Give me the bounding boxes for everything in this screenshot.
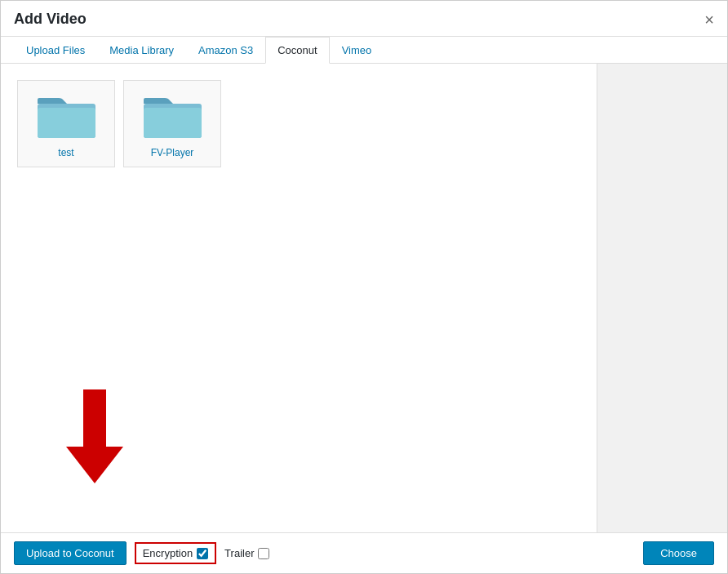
arrow-head: [66, 447, 123, 483]
close-button[interactable]: ×: [704, 11, 714, 36]
folder-item-test[interactable]: test: [17, 80, 115, 167]
folder-label-fvplayer: FV-Player: [151, 147, 194, 158]
tab-vimeo[interactable]: Vimeo: [330, 37, 384, 64]
tab-media-library[interactable]: Media Library: [97, 37, 186, 64]
trailer-checkbox[interactable]: [258, 548, 269, 559]
arrow-shaft: [83, 389, 106, 447]
trailer-label: Trailer: [224, 547, 254, 559]
folder-item-fvplayer[interactable]: FV-Player: [123, 80, 221, 167]
modal-header: Add Video ×: [1, 1, 727, 37]
folder-icon-fvplayer: [140, 89, 205, 142]
choose-button[interactable]: Choose: [643, 541, 714, 565]
modal-footer: Upload to Coconut Encryption Trailer Cho…: [1, 532, 727, 573]
folder-icon-test: [33, 89, 99, 142]
add-video-modal: Add Video × Upload Files Media Library A…: [0, 0, 728, 574]
svg-rect-3: [144, 108, 202, 138]
encryption-checkbox[interactable]: [197, 548, 208, 559]
trailer-container: Trailer: [224, 547, 269, 559]
modal-title: Add Video: [14, 11, 87, 36]
folder-label-test: test: [58, 147, 73, 158]
encryption-label: Encryption: [143, 547, 193, 559]
tabs-bar: Upload Files Media Library Amazon S3 Coc…: [1, 37, 727, 64]
arrow-indicator: [66, 389, 123, 483]
red-down-arrow: [66, 389, 123, 483]
content-area: test FV-Player: [1, 64, 597, 532]
svg-rect-1: [38, 108, 95, 138]
sidebar: [597, 64, 727, 532]
modal-body: test FV-Player: [1, 64, 727, 532]
encryption-container: Encryption: [135, 542, 216, 564]
upload-to-coconut-button[interactable]: Upload to Coconut: [14, 541, 127, 565]
folders-grid: test FV-Player: [17, 80, 580, 167]
tab-upload-files[interactable]: Upload Files: [14, 37, 97, 64]
tab-amazon-s3[interactable]: Amazon S3: [186, 37, 265, 64]
tab-coconut[interactable]: Coconut: [265, 37, 329, 64]
